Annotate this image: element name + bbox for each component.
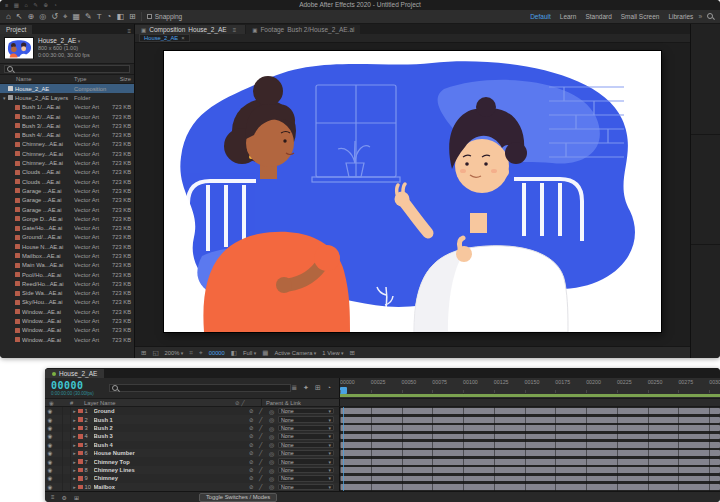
magnification-select[interactable]: 200% xyxy=(165,350,184,356)
audio-toggle-cell[interactable] xyxy=(55,457,63,465)
project-item-row[interactable]: Mailbox...AE.ai Vector Art 723 KB xyxy=(0,251,134,260)
workspace-overflow[interactable]: » xyxy=(698,13,702,20)
layer-duration-bar[interactable] xyxy=(340,450,720,456)
shy-switch-icon[interactable]: ⊘ xyxy=(249,475,259,481)
quality-switch-icon[interactable]: ╱ xyxy=(259,417,269,423)
label-color-chip[interactable] xyxy=(78,426,83,431)
hand[interactable]: ⊕ xyxy=(28,10,35,23)
twirl-icon[interactable]: ▸ xyxy=(71,425,78,431)
lock-toggle-cell[interactable] xyxy=(63,449,71,457)
layer-duration-bar[interactable] xyxy=(340,425,720,431)
timeline-graph[interactable] xyxy=(340,407,720,491)
twirl-icon[interactable]: ▸ xyxy=(71,433,78,439)
puppet[interactable]: ⊞ xyxy=(129,10,136,23)
quality-switch-icon[interactable]: ╱ xyxy=(259,467,269,473)
pixel-aspect-icon[interactable]: ⊞ xyxy=(350,349,355,357)
expand-icon[interactable]: ≡ xyxy=(51,494,55,501)
layer-name[interactable]: Bush 3 xyxy=(94,433,250,439)
twirl-icon[interactable]: ▸ xyxy=(71,459,78,465)
label-color-chip[interactable] xyxy=(78,451,83,456)
shy-switch-icon[interactable]: ⊘ xyxy=(249,425,259,431)
lock-toggle-cell[interactable] xyxy=(63,415,71,423)
layer-name[interactable]: Bush 4 xyxy=(94,442,250,448)
project-item-row[interactable]: Bush 3/...AE.ai Vector Art 723 KB xyxy=(0,121,134,130)
layer-row[interactable]: ▸ 7 Chimney Top ⊘ ╱ None xyxy=(45,457,339,465)
lock-toggle-cell[interactable] xyxy=(63,457,71,465)
eye-icon[interactable] xyxy=(45,442,55,448)
layer-name[interactable]: Chimney Top xyxy=(94,459,250,465)
pickwhip-icon[interactable] xyxy=(269,433,278,440)
home[interactable]: ⌂ xyxy=(6,10,11,23)
tab-project[interactable]: Project xyxy=(0,25,32,34)
render-settings-icon[interactable]: ⚙ xyxy=(62,494,67,501)
twirl-icon[interactable]: ▸ xyxy=(71,484,78,490)
label-color-chip[interactable] xyxy=(78,485,83,490)
project-item-row[interactable]: Window...AE.ai Vector Art 723 KB xyxy=(0,335,134,344)
parent-select[interactable]: None xyxy=(278,442,334,449)
comp-mini-flowchart[interactable]: ≣ xyxy=(291,384,297,392)
layer-name[interactable]: House Number xyxy=(94,450,250,456)
eye-icon[interactable] xyxy=(45,475,55,481)
pickwhip-icon[interactable] xyxy=(269,467,278,474)
eye-icon[interactable] xyxy=(45,459,55,465)
audio-toggle-cell[interactable] xyxy=(55,483,63,491)
column-type[interactable]: Type xyxy=(74,76,108,82)
project-item-row[interactable]: Gorge D...AE.ai Vector Art 723 KB xyxy=(0,214,134,223)
label-color-chip[interactable] xyxy=(78,459,83,464)
eye-icon[interactable] xyxy=(45,417,55,423)
mask-visibility-icon[interactable]: ◧ xyxy=(231,349,237,357)
resolution-select[interactable]: Full xyxy=(243,350,256,356)
layer-duration-bar[interactable] xyxy=(340,459,720,465)
layer-name[interactable]: Chimney Lines xyxy=(94,467,250,473)
project-item-row[interactable]: Bush 2/...AE.ai Vector Art 723 KB xyxy=(0,112,134,121)
layer-duration-bar[interactable] xyxy=(340,484,720,490)
pen[interactable]: ✎ xyxy=(85,10,92,23)
eye-icon[interactable] xyxy=(45,433,55,439)
pickwhip-icon[interactable] xyxy=(269,425,278,432)
layer-row[interactable]: ▸ 9 Chimney ⊘ ╱ None xyxy=(45,474,339,482)
brush[interactable]: ◔ xyxy=(107,10,112,23)
lock-toggle-cell[interactable] xyxy=(63,483,71,491)
layer-duration-bar[interactable] xyxy=(340,417,720,423)
quality-switch-icon[interactable]: ╱ xyxy=(259,459,269,465)
lock-toggle-cell[interactable] xyxy=(63,407,71,415)
pan-behind[interactable]: ⌖ xyxy=(63,10,68,23)
snapshot-icon[interactable]: ⊞ xyxy=(141,349,146,357)
layer-duration-bar[interactable] xyxy=(340,467,720,473)
preview-comp-name[interactable]: House_2_AE xyxy=(38,37,90,45)
audio-toggle-cell[interactable] xyxy=(55,424,63,432)
workspace-search-icon[interactable] xyxy=(707,13,714,20)
view-layout-select[interactable]: 1 View xyxy=(322,350,343,356)
project-item-row[interactable]: Garage ...AE.ai Vector Art 723 KB xyxy=(0,186,134,195)
audio-toggle-cell[interactable] xyxy=(55,449,63,457)
frame-blend[interactable]: ⊞ xyxy=(315,384,321,392)
parent-select[interactable]: None xyxy=(278,484,334,491)
layer-name-header[interactable]: Layer Name xyxy=(84,400,235,406)
zoom[interactable]: ◎ xyxy=(39,10,46,23)
current-time-display[interactable]: 00000 0:00:00:00 (30.00fps) xyxy=(45,380,109,396)
audio-toggle-cell[interactable] xyxy=(55,432,63,440)
project-item-row[interactable]: ▾ House_2_AE Layers Folder xyxy=(0,93,134,102)
workspace-item[interactable]: Learn xyxy=(560,13,577,20)
layer-row[interactable]: ▸ 2 Bush 1 ⊘ ╱ None xyxy=(45,415,339,423)
tab-composition[interactable]: ▣ Composition House_2_AE ≡ xyxy=(135,25,245,34)
layer-duration-bar[interactable] xyxy=(340,442,720,448)
timeline-tab[interactable]: House_2_AE xyxy=(45,369,104,378)
layer-name[interactable]: Ground xyxy=(94,408,250,414)
project-item-row[interactable]: Window...AE.ai Vector Art 723 KB xyxy=(0,307,134,316)
pickwhip-icon[interactable] xyxy=(269,416,278,423)
pickwhip-icon[interactable] xyxy=(269,475,278,482)
layer-row[interactable]: ▸ 5 Bush 4 ⊘ ╱ None xyxy=(45,441,339,449)
twirl-icon[interactable]: ▸ xyxy=(71,442,78,448)
quality-switch-icon[interactable]: ╱ xyxy=(259,484,269,490)
project-item-row[interactable]: Sky/Hou...AE.ai Vector Art 723 KB xyxy=(0,298,134,307)
project-item-row[interactable]: Main Wa...AE.ai Vector Art 723 KB xyxy=(0,261,134,270)
eye-icon[interactable] xyxy=(45,484,55,490)
project-item-row[interactable]: House_2_AE Composition xyxy=(0,84,134,93)
parent-select[interactable]: None xyxy=(278,475,334,482)
layer-row[interactable]: ▸ 4 Bush 3 ⊘ ╱ None xyxy=(45,432,339,440)
snapping-toggle[interactable]: Snapping xyxy=(147,13,182,20)
timeline-search-input[interactable] xyxy=(109,384,291,392)
twirl-icon[interactable]: ▸ xyxy=(71,408,78,414)
tab-footage[interactable]: ▣ Footage Bush 2/House_2_AE.ai xyxy=(246,25,360,34)
